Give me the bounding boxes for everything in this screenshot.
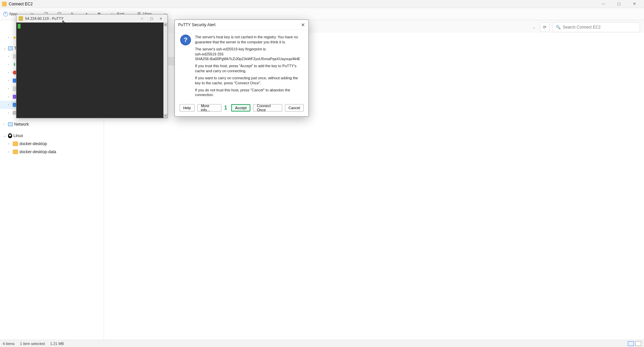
putty-window-controls: ─ ▢ ✕ <box>137 17 165 20</box>
chevron-right-icon: › <box>8 63 11 66</box>
dialog-close-button[interactable]: ✕ <box>301 22 305 28</box>
sidebar-label: docker-desktop <box>19 141 47 146</box>
putty-icon <box>18 16 23 21</box>
details-view-icon[interactable] <box>628 341 634 346</box>
dialog-paragraph: The server's ssh-ed25519 key fingerprint… <box>195 47 303 62</box>
dialog-actions: Help More info... 1 Accept Connect Once … <box>175 102 308 116</box>
putty-title: 54.224.60.119 - PuTTY <box>25 16 63 20</box>
help-button[interactable]: Help <box>180 104 195 112</box>
dialog-paragraph: If you do not trust this host, press "Ca… <box>195 88 303 98</box>
scroll-down-icon[interactable]: ▾ <box>163 114 167 118</box>
putty-terminal[interactable] <box>16 23 163 118</box>
sidebar-item-docker-desktop[interactable]: › docker-desktop <box>0 140 104 148</box>
chevron-right-icon: › <box>8 71 11 74</box>
sidebar-item-docker-desktop-data[interactable]: › docker-desktop-data <box>0 148 104 156</box>
search-placeholder: Search Connect EC2 <box>563 25 601 30</box>
close-button[interactable]: ✕ <box>629 2 639 6</box>
refresh-icon: ⟳ <box>543 25 546 30</box>
window-title: Connect EC2 <box>9 2 33 6</box>
scroll-up-icon[interactable]: ▴ <box>163 23 167 27</box>
dialog-paragraph: If you want to carry on connecting just … <box>195 76 303 86</box>
status-size: 1.21 MB <box>50 342 64 346</box>
dialog-paragraph: The server's host key is not cached in t… <box>195 35 303 45</box>
sidebar-label: Network <box>14 122 29 127</box>
terminal-cursor <box>18 24 20 29</box>
putty-scrollbar[interactable]: ▴ ▾ <box>163 23 167 118</box>
view-mode-icons <box>628 341 641 346</box>
pc-icon <box>8 46 13 50</box>
chevron-right-icon: › <box>3 123 7 126</box>
chevron-down-icon: ⌄ <box>3 47 7 50</box>
dialog-body: ? The server's host key is not cached in… <box>175 30 308 102</box>
sidebar-label: docker-desktop-data <box>19 149 56 154</box>
window-controls: ─ ▢ ✕ <box>598 2 642 6</box>
chevron-right-icon: › <box>8 111 11 115</box>
security-alert-dialog: PuTTY Security Alert ✕ ? The server's ho… <box>175 19 309 117</box>
chevron-down-icon: ⌄ <box>3 134 7 137</box>
address-row: ⌄ ⟳ 🔍 Search Connect EC2 <box>531 22 640 32</box>
chevron-right-icon: › <box>8 79 11 82</box>
search-box[interactable]: 🔍 Search Connect EC2 <box>553 22 640 32</box>
connect-once-button[interactable]: Connect Once <box>253 104 282 112</box>
folder-icon <box>13 141 18 146</box>
folder-icon <box>13 149 18 154</box>
sidebar-item-linux[interactable]: ⌄ Linux <box>0 132 104 140</box>
chevron-right-icon: › <box>8 150 11 154</box>
chevron-right-icon: › <box>8 103 11 106</box>
annotation-number: 1 <box>224 105 227 111</box>
address-dropdown-icon[interactable]: ⌄ <box>531 26 537 29</box>
cancel-button[interactable]: Cancel <box>285 104 304 112</box>
putty-maximize-button[interactable]: ▢ <box>147 17 156 20</box>
download-icon: ⬇ <box>13 62 16 67</box>
dialog-title: PuTTY Security Alert <box>178 23 215 27</box>
chevron-right-icon: › <box>8 55 11 58</box>
folder-icon <box>2 2 7 6</box>
sidebar-item-network[interactable]: › Network <box>0 120 104 128</box>
putty-minimize-button[interactable]: ─ <box>137 17 147 20</box>
network-icon <box>8 122 13 126</box>
minimize-button[interactable]: ─ <box>598 2 608 6</box>
explorer-titlebar: Connect EC2 ─ ▢ ✕ <box>0 0 644 8</box>
status-items: 4 items <box>3 342 14 346</box>
search-icon: 🔍 <box>556 25 561 30</box>
question-icon: ? <box>180 35 191 45</box>
chevron-right-icon: › <box>8 142 11 145</box>
dialog-text: The server's host key is not cached in t… <box>195 35 303 99</box>
chevron-right-icon: › <box>8 87 11 90</box>
putty-close-button[interactable]: ✕ <box>156 17 165 20</box>
penguin-icon <box>8 133 12 138</box>
accept-button[interactable]: Accept <box>231 104 251 112</box>
dialog-paragraph: If you trust this host, press "Accept" t… <box>195 63 303 74</box>
status-selected: 1 item selected <box>20 342 45 346</box>
maximize-button[interactable]: ▢ <box>614 2 624 6</box>
chevron-right-icon: › <box>8 95 11 98</box>
sidebar-label: Linux <box>13 133 23 138</box>
more-info-button[interactable]: More info... <box>197 104 221 112</box>
plus-icon <box>3 12 8 16</box>
refresh-button[interactable]: ⟳ <box>540 23 549 32</box>
dialog-titlebar[interactable]: PuTTY Security Alert ✕ <box>175 20 308 30</box>
putty-window: 54.224.60.119 - PuTTY ─ ▢ ✕ ▴ ▾ <box>16 14 168 118</box>
putty-titlebar[interactable]: 54.224.60.119 - PuTTY ─ ▢ ✕ <box>16 14 167 23</box>
chevron-right-icon: › <box>8 36 11 39</box>
statusbar: 4 items 1 item selected 1.21 MB <box>0 340 644 347</box>
thumbnails-view-icon[interactable] <box>635 341 641 346</box>
